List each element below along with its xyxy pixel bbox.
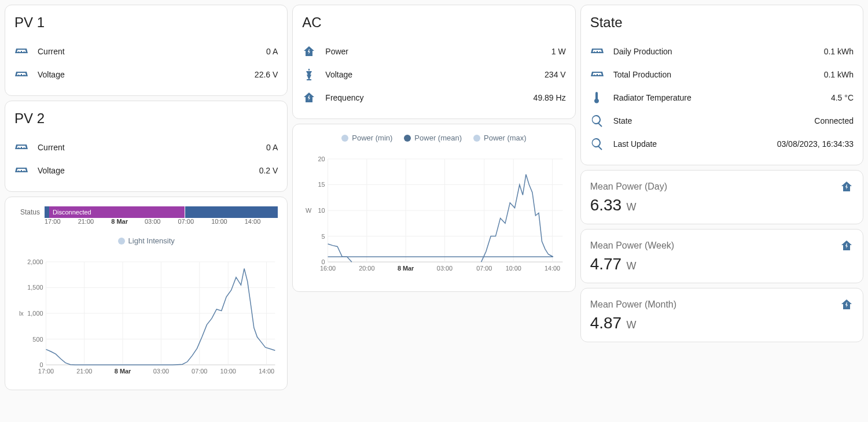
light-xtick: 10:00 — [220, 368, 236, 375]
power-ytick: 5 — [322, 233, 325, 240]
status-timeline[interactable]: Status Disconnected — [14, 206, 278, 218]
state-card: State Daily Production 0.1 kWh Total Pro… — [580, 5, 863, 165]
status-tick: 14:00 — [245, 218, 278, 227]
house-bolt-icon — [302, 91, 316, 105]
light-xtick: 03:00 — [153, 368, 169, 375]
mean-power-month-unit: W — [627, 319, 637, 331]
status-axis-label: Status — [14, 208, 40, 216]
status-tick: 07:00 — [178, 218, 212, 227]
ac-voltage-row[interactable]: Voltage 234 V — [302, 63, 565, 86]
state-status-value: Connected — [814, 116, 854, 125]
mean-power-week-title: Mean Power (Week) — [590, 240, 675, 251]
pv1-current-value: 0 A — [266, 47, 278, 56]
state-radiator-label: Radiator Temperature — [613, 93, 822, 102]
ac-frequency-row[interactable]: Frequency 49.89 Hz — [302, 86, 565, 109]
pv1-voltage-label: Voltage — [38, 70, 245, 79]
power-xtick: 16:00 — [320, 265, 336, 272]
ac-power-row[interactable]: Power 1 W — [302, 40, 565, 63]
light-ytick: 2,000 — [27, 258, 43, 265]
light-xtick: 21:00 — [76, 368, 92, 375]
power-xtick: 10:00 — [506, 265, 521, 272]
pv1-current-row[interactable]: Current 0 A — [14, 40, 278, 63]
state-total-label: Total Production — [613, 70, 815, 79]
power-ylabel: W — [306, 207, 312, 214]
ac-voltage-value: 234 V — [545, 70, 566, 79]
status-light-card: Status Disconnected 17:00 21:00 8 Mar 03… — [5, 197, 288, 390]
thermometer-icon — [590, 91, 604, 105]
power-xtick: 14:00 — [545, 265, 560, 272]
house-bolt-icon — [840, 180, 854, 194]
ac-power-chart[interactable]: 0 5 10 15 20 W 16:00 20:00 8 Mar 03:00 0… — [302, 147, 565, 280]
magnify-icon — [590, 137, 604, 151]
light-ytick: 1,500 — [27, 284, 43, 291]
pv2-current-row[interactable]: Current 0 A — [14, 136, 278, 159]
power-ytick: 15 — [318, 181, 325, 188]
status-seg-disconnected: Disconnected — [49, 206, 185, 218]
state-daily-label: Daily Production — [613, 47, 815, 56]
solar-power-icon — [14, 140, 28, 154]
house-bolt-icon — [840, 239, 854, 253]
light-xtick: 17:00 — [38, 368, 54, 375]
light-ytick: 1,000 — [27, 310, 43, 317]
mean-power-day-title: Mean Power (Day) — [590, 182, 667, 192]
power-chart-card: Power (min) Power (mean) Power (max) — [292, 124, 575, 292]
mean-power-day-unit: W — [627, 201, 637, 213]
legend-item-light[interactable]: Light Intensity — [118, 236, 175, 245]
solar-power-icon — [14, 164, 28, 177]
pv2-voltage-row[interactable]: Voltage 0.2 V — [14, 159, 278, 182]
legend-power-max: Power (max) — [484, 134, 527, 142]
ac-card: AC Power 1 W Voltage 234 V Frequency 49.… — [292, 5, 575, 119]
mean-power-week-value: 4.77 — [590, 255, 622, 273]
ac-frequency-value: 49.89 Hz — [534, 93, 566, 102]
state-title: State — [590, 14, 854, 31]
state-radiator-row[interactable]: Radiator Temperature 4.5 °C — [590, 86, 854, 109]
legend-dot-icon — [118, 238, 125, 245]
legend-light-label: Light Intensity — [128, 236, 175, 245]
state-update-label: Last Update — [613, 139, 768, 149]
status-ticks: 17:00 21:00 8 Mar 03:00 07:00 10:00 14:0… — [45, 218, 278, 227]
pv2-voltage-value: 0.2 V — [259, 166, 278, 175]
pv2-title: PV 2 — [14, 110, 278, 127]
state-update-row[interactable]: Last Update 03/08/2023, 16:34:33 — [590, 132, 854, 156]
light-chart-legend: Light Intensity — [14, 236, 278, 245]
mean-power-week-card[interactable]: Mean Power (Week) 4.77 W — [580, 229, 863, 283]
solar-power-icon — [590, 68, 604, 82]
mean-power-day-card[interactable]: Mean Power (Day) 6.33 W — [580, 170, 863, 224]
light-data-line — [46, 269, 275, 365]
state-daily-row[interactable]: Daily Production 0.1 kWh — [590, 40, 854, 63]
light-intensity-chart[interactable]: 0 500 1,000 1,500 2,000 lx 17:00 21:00 8… — [14, 250, 278, 383]
legend-dot-icon — [473, 135, 480, 142]
status-tick: 10:00 — [211, 218, 245, 227]
state-total-value: 0.1 kWh — [824, 70, 854, 79]
pv2-card: PV 2 Current 0 A Voltage 0.2 V — [5, 101, 288, 192]
pv1-voltage-row[interactable]: Voltage 22.6 V — [14, 63, 278, 86]
state-status-label: State — [613, 116, 806, 125]
legend-item-power-mean[interactable]: Power (mean) — [404, 134, 462, 142]
ac-frequency-label: Frequency — [325, 93, 524, 102]
pv2-current-label: Current — [38, 143, 257, 152]
power-xtick: 07:00 — [476, 265, 492, 272]
house-bolt-icon — [302, 45, 316, 58]
mean-power-month-card[interactable]: Mean Power (Month) 4.87 W — [580, 288, 863, 342]
state-radiator-value: 4.5 °C — [831, 93, 854, 102]
ac-power-label: Power — [325, 47, 542, 56]
legend-item-power-min[interactable]: Power (min) — [341, 134, 392, 142]
legend-item-power-max[interactable]: Power (max) — [473, 134, 527, 142]
status-seg-connected — [185, 206, 278, 218]
light-xtick: 8 Mar — [115, 368, 131, 375]
state-total-row[interactable]: Total Production 0.1 kWh — [590, 63, 854, 86]
legend-power-min: Power (min) — [352, 134, 392, 142]
legend-dot-icon — [404, 135, 411, 142]
solar-power-icon — [14, 45, 28, 58]
pv1-card: PV 1 Current 0 A Voltage 22.6 V — [5, 5, 288, 96]
power-data-line-segment-1 — [328, 244, 352, 262]
status-seg-connected-early — [45, 206, 49, 218]
mean-power-month-value: 4.87 — [590, 314, 622, 332]
state-daily-value: 0.1 kWh — [824, 47, 854, 56]
status-tick: 03:00 — [145, 218, 178, 227]
light-ytick: 500 — [32, 336, 43, 343]
pv2-voltage-label: Voltage — [38, 166, 250, 175]
power-ytick: 10 — [318, 207, 325, 214]
state-status-row[interactable]: State Connected — [590, 109, 854, 132]
status-bar: Disconnected — [45, 206, 278, 218]
